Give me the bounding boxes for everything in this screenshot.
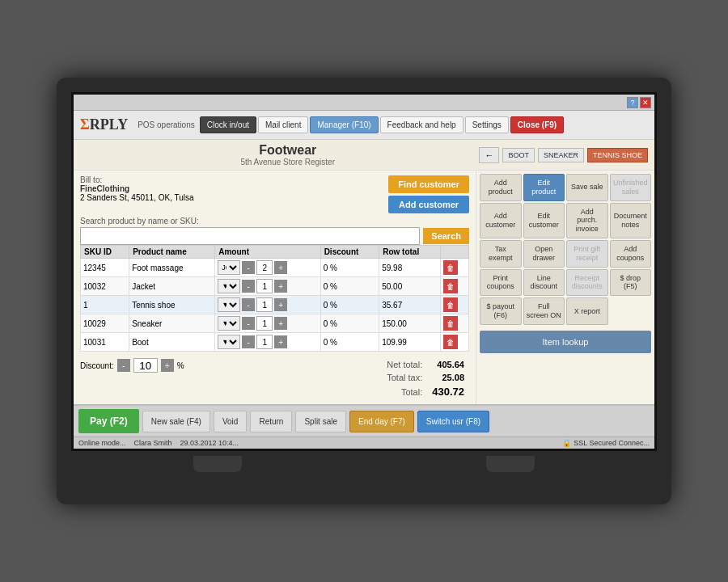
split-sale-button[interactable]: Split sale — [295, 411, 346, 432]
action-grid: Add product Edit product Save sale Unfin… — [480, 174, 651, 325]
ssl-indicator: 🔒 SSL Secured Connec... — [562, 439, 650, 447]
col-total: Row total — [379, 246, 441, 259]
close-nav-button[interactable]: Close (F9) — [510, 116, 564, 133]
add-coupons-button[interactable]: Add coupons — [610, 240, 652, 268]
add-customer-action-button[interactable]: Add customer — [480, 203, 522, 238]
clock-in-out-button[interactable]: Clock in/out — [200, 116, 256, 133]
qty-value: 1 — [256, 335, 273, 349]
qty-plus[interactable]: + — [274, 261, 287, 274]
delete-row-button[interactable]: 🗑 — [443, 260, 458, 275]
qty-plus[interactable]: + — [274, 280, 287, 293]
tax-exempt-button[interactable]: Tax exempt — [480, 240, 522, 268]
table-row: 1 Tennis shoe ▼ - 1 + 0 % — [81, 296, 469, 314]
current-user: Clara Smith — [134, 439, 172, 447]
switch-user-button[interactable]: Switch usr (F8) — [417, 411, 489, 432]
qty-select[interactable]: JC — [218, 260, 240, 275]
add-product-button[interactable]: Add product — [480, 174, 522, 201]
category-sneaker[interactable]: SNEAKER — [538, 148, 584, 162]
col-discount: Discount — [320, 246, 379, 259]
end-day-button[interactable]: End day (F7) — [349, 411, 414, 432]
pay-button[interactable]: Pay (F2) — [78, 409, 139, 433]
window-close-button[interactable]: ✕ — [640, 97, 651, 108]
customer-actions: Find customer Add customer — [388, 175, 469, 213]
product-name-cell: Foot massage — [129, 259, 215, 277]
table-row: 10032 Jacket ▼ - 1 + 0 % — [81, 277, 469, 296]
feedback-button[interactable]: Feedback and help — [380, 116, 463, 133]
stand-left — [193, 456, 242, 472]
net-total-label: Net total: — [382, 358, 427, 371]
table-row: 10029 Sneaker ▼ - 1 + 0 % — [81, 314, 469, 333]
print-gift-receipt-button[interactable]: Print gift receipt — [566, 240, 608, 268]
void-button[interactable]: Void — [214, 411, 247, 432]
search-input-row: Search — [80, 227, 469, 245]
unfinished-sales-button[interactable]: Unfinished sales — [610, 174, 652, 201]
discount-cell: 0 % — [320, 333, 379, 352]
mail-client-button[interactable]: Mail client — [258, 116, 308, 133]
x-report-button[interactable]: X report — [566, 297, 608, 325]
amount-cell: JC - 2 + — [215, 259, 320, 277]
right-panel: Add product Edit product Save sale Unfin… — [476, 171, 654, 404]
search-input[interactable] — [80, 227, 420, 245]
category-arrow-left[interactable]: ← — [479, 147, 499, 163]
qty-minus[interactable]: - — [242, 317, 255, 330]
dollar-payout-button[interactable]: $ payout (F6) — [480, 297, 522, 325]
delete-row-button[interactable]: 🗑 — [443, 335, 458, 349]
settings-button[interactable]: Settings — [465, 116, 509, 133]
add-customer-button[interactable]: Add customer — [388, 196, 469, 213]
table-row: 12345 Foot massage JC - 2 + 0 % — [81, 259, 469, 277]
delete-row-button[interactable]: 🗑 — [443, 279, 458, 293]
sku-cell: 10029 — [81, 314, 129, 333]
add-purch-invoice-button[interactable]: Add purch. invoice — [566, 203, 608, 238]
tax-value: 25.08 — [427, 371, 469, 384]
qty-select[interactable]: ▼ — [218, 316, 240, 331]
stand-right — [486, 456, 535, 472]
sku-cell: 12345 — [81, 259, 129, 277]
bill-to-label: Bill to: FineClothing 2 Sanders St, 4501… — [80, 175, 388, 202]
edit-product-button[interactable]: Edit product — [523, 174, 565, 201]
sku-cell: 10032 — [81, 277, 129, 296]
full-screen-button[interactable]: Full screen ON — [523, 297, 565, 325]
discount-plus[interactable]: + — [161, 359, 174, 372]
qty-plus[interactable]: + — [274, 298, 287, 311]
qty-plus[interactable]: + — [274, 335, 287, 348]
find-customer-button[interactable]: Find customer — [388, 175, 469, 193]
save-sale-button[interactable]: Save sale — [566, 174, 608, 201]
col-sku: SKU ID — [81, 246, 129, 259]
discount-cell: 0 % — [320, 314, 379, 333]
manager-button[interactable]: Manager (F10) — [310, 116, 378, 133]
item-lookup-button[interactable]: Item lookup — [480, 331, 651, 353]
qty-value: 1 — [256, 297, 273, 312]
receipt-discounts-button[interactable]: Receipt discounts — [566, 269, 608, 297]
discount-value[interactable]: 10 — [133, 358, 158, 373]
print-coupons-button[interactable]: Print coupons — [480, 269, 522, 297]
delete-row-button[interactable]: 🗑 — [443, 316, 458, 331]
qty-plus[interactable]: + — [274, 317, 287, 330]
edit-customer-button[interactable]: Edit customer — [523, 203, 565, 238]
line-discount-button[interactable]: Line discount — [523, 269, 565, 297]
category-boot[interactable]: BOOT — [502, 148, 535, 162]
new-sale-button[interactable]: New sale (F4) — [142, 411, 210, 432]
pos-ops-label: POS operations — [138, 120, 195, 129]
qty-select[interactable]: ▼ — [218, 335, 240, 349]
amount-cell: ▼ - 1 + — [215, 333, 320, 352]
open-drawer-button[interactable]: Open drawer — [523, 240, 565, 268]
delete-row-button[interactable]: 🗑 — [443, 297, 458, 312]
qty-minus[interactable]: - — [242, 335, 255, 348]
return-button[interactable]: Return — [250, 411, 292, 432]
customer-address: 2 Sanders St, 45011, OK, Tulsa — [80, 193, 194, 202]
qty-minus[interactable]: - — [242, 280, 255, 293]
left-panel: Bill to: FineClothing 2 Sanders St, 4501… — [74, 171, 476, 404]
qty-minus[interactable]: - — [242, 298, 255, 311]
discount-minus[interactable]: - — [117, 359, 130, 372]
search-button[interactable]: Search — [423, 228, 469, 244]
qty-minus[interactable]: - — [242, 261, 255, 274]
category-bar: Footwear 5th Avenue Store Register ← BOO… — [74, 140, 654, 171]
document-notes-button[interactable]: Document notes — [610, 203, 652, 238]
dollar-drop-button[interactable]: $ drop (F5) — [610, 269, 652, 297]
help-button[interactable]: ? — [627, 97, 638, 108]
category-tennis-shoe[interactable]: TENNIS SHOE — [587, 148, 648, 162]
product-name-cell: Boot — [129, 333, 215, 352]
datetime: 29.03.2012 10:4... — [180, 439, 239, 447]
qty-select[interactable]: ▼ — [218, 279, 240, 293]
qty-select[interactable]: ▼ — [218, 297, 240, 312]
